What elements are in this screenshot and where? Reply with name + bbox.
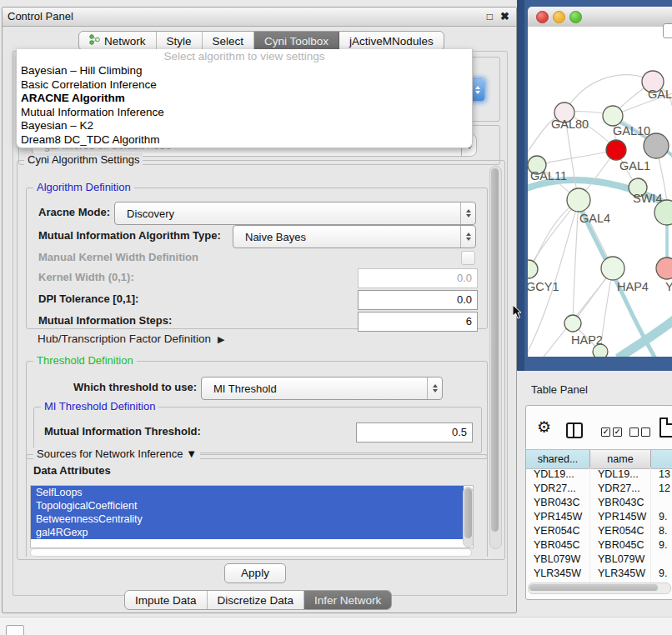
network-window-titlebar <box>528 7 672 28</box>
tab-impute-data[interactable]: Impute Data <box>125 591 208 609</box>
column-header-shared-name[interactable]: shared... <box>526 450 590 468</box>
node-label: HAP2 <box>571 333 603 347</box>
float-window-icon[interactable]: □ <box>487 8 493 26</box>
tab-discretize-data[interactable]: Discretize Data <box>208 591 305 609</box>
network-node[interactable] <box>564 315 581 332</box>
table-row[interactable]: YBR045CYBR045C9. <box>526 538 672 552</box>
algorithm-dropdown-popup: Select algorithm to view settings Bayesi… <box>16 49 473 148</box>
network-canvas[interactable]: GAL GAL80 GAL10 GAL1 GAL11 SWI4 GAL4 GCY… <box>528 27 672 357</box>
node-label: GAL11 <box>530 169 567 182</box>
column-header-clipped[interactable] <box>651 450 672 468</box>
node-label: GAL1 <box>619 159 650 172</box>
import-table-icon[interactable] <box>659 418 672 438</box>
apply-button[interactable]: Apply <box>224 563 286 583</box>
network-node[interactable] <box>603 106 623 126</box>
tab-jactivemnodules[interactable]: jActiveMNodules <box>339 32 444 50</box>
attributes-scrollbar-thumb[interactable] <box>464 488 472 538</box>
deselect-all-columns-icon[interactable] <box>629 428 653 442</box>
table-panel: ⚙ ✓✓ shared... name YDL19...YDL19...13 Y… <box>525 405 672 600</box>
network-node[interactable] <box>601 257 624 280</box>
list-item[interactable]: gal4RGexp <box>31 526 464 539</box>
hub-definition-expander[interactable]: Hub/Transcription Factor Definition▶ <box>38 332 225 345</box>
network-node[interactable] <box>528 260 538 278</box>
table-row[interactable]: YBL079WYBL079W <box>526 552 672 567</box>
zoom-traffic-light[interactable] <box>569 11 582 23</box>
tab-select[interactable]: Select <box>203 32 255 50</box>
status-strip <box>0 617 672 635</box>
column-header-name[interactable]: name <box>590 450 651 468</box>
manual-kernel-checkbox[interactable] <box>461 251 475 265</box>
table-row[interactable]: YLR345WYLR345W9. <box>526 567 672 581</box>
tab-cyni-toolbox[interactable]: Cyni Toolbox <box>254 32 339 50</box>
node-label: GAL10 <box>613 124 650 138</box>
settings-scrollbar[interactable] <box>489 166 502 549</box>
threshold-definition-title: Threshold Definition <box>33 354 137 367</box>
collapsed-scrollbar[interactable] <box>663 23 672 38</box>
mi-type-combobox[interactable]: Naive Bayes <box>233 225 476 248</box>
table-row[interactable]: YPR145WYPR145W9. <box>526 510 672 524</box>
mi-steps-field[interactable]: 6 <box>358 312 478 332</box>
table-horizontal-scrollbar[interactable] <box>528 582 671 594</box>
kernel-width-field[interactable]: 0.0 <box>358 268 478 288</box>
minimized-panel-icon[interactable] <box>6 625 24 635</box>
table-header-row: shared... name <box>526 449 672 469</box>
minimize-traffic-light[interactable] <box>553 11 565 23</box>
combo-stepper-icon <box>427 378 442 399</box>
control-panel-tabbar: Network Style Select Cyni Toolbox jActiv… <box>78 31 444 51</box>
table-hscrollbar-thumb[interactable] <box>529 584 658 591</box>
kernel-width-label: Kernel Width (0,1): <box>38 267 134 288</box>
cyni-mode-tabbar: Impute Data Discretize Data Infer Networ… <box>124 590 392 610</box>
algorithm-option-selected[interactable]: ARACNE Algorithm <box>17 92 472 106</box>
aracne-mode-label: Aracne Mode: <box>38 202 110 223</box>
mi-threshold-field[interactable]: 0.5 <box>356 422 473 442</box>
algorithm-option[interactable]: Basic Correlation Inference <box>17 78 472 92</box>
list-item[interactable]: BetweennessCentrality <box>31 512 464 526</box>
network-node-labels: GAL GAL80 GAL10 GAL1 GAL11 SWI4 GAL4 GCY… <box>528 88 672 347</box>
dpi-tolerance-field[interactable]: 0.0 <box>358 290 478 310</box>
data-attributes-list[interactable]: SelfLoops TopologicalCoefficient Between… <box>30 485 474 548</box>
table-row[interactable]: YBR043CYBR043C <box>526 496 672 510</box>
tab-style[interactable]: Style <box>157 32 203 50</box>
mi-threshold-definition-group: MI Threshold Definition Mutual Informati… <box>33 407 482 453</box>
mi-threshold-label: Mutual Information Threshold: <box>44 421 201 442</box>
network-node[interactable] <box>567 188 590 212</box>
network-node[interactable] <box>606 140 626 160</box>
tab-network[interactable]: Network <box>79 32 157 50</box>
which-threshold-combobox[interactable]: MI Threshold <box>201 377 443 400</box>
application-root: Control Panel □ ✖ Network Style S <box>0 0 672 635</box>
attributes-hscrollbar[interactable] <box>30 548 472 557</box>
algorithm-option[interactable]: Mutual Information Inference <box>17 106 472 120</box>
close-traffic-light[interactable] <box>536 11 549 23</box>
mouse-cursor <box>513 305 523 320</box>
node-label: GAL4 <box>579 212 610 225</box>
table-panel-title: Table Panel <box>531 383 588 396</box>
table-row[interactable]: YDR27...YDR27...12 <box>526 482 672 496</box>
node-label: GAL80 <box>551 118 589 131</box>
column-browser-icon[interactable] <box>566 422 583 438</box>
algorithm-option[interactable]: Dream8 DC_TDC Algorithm <box>17 133 472 148</box>
tab-infer-network[interactable]: Infer Network <box>304 591 391 609</box>
manual-kernel-label: Manual Kernel Width Definition <box>38 247 198 268</box>
select-all-columns-icon[interactable]: ✓✓ <box>601 428 624 442</box>
algorithm-option[interactable]: Bayesian – K2 <box>17 119 472 133</box>
control-panel-window: Control Panel □ ✖ Network Style S <box>2 7 517 613</box>
collapse-down-icon[interactable]: ▼ <box>186 448 197 460</box>
close-window-icon[interactable]: ✖ <box>500 8 509 26</box>
attributes-scrollbar[interactable] <box>463 487 474 548</box>
mi-steps-label: Mutual Information Steps: <box>38 310 172 332</box>
settings-scrollbar-thumb[interactable] <box>491 168 499 532</box>
table-row[interactable]: YER054CYER054C8. <box>526 524 672 538</box>
threshold-definition-group: Threshold Definition Which threshold to … <box>26 361 488 459</box>
gear-icon[interactable]: ⚙ <box>537 419 551 436</box>
table-row[interactable]: YDL19...YDL19...13 <box>526 468 672 482</box>
list-item[interactable]: TopologicalCoefficient <box>31 499 464 512</box>
network-node[interactable] <box>656 258 672 279</box>
network-icon <box>89 34 100 48</box>
sources-group: Sources for Network Inference ▼ Data Att… <box>26 454 488 557</box>
aracne-mode-combobox[interactable]: Discovery <box>114 202 476 225</box>
list-item[interactable]: SelfLoops <box>31 486 464 499</box>
dropdown-placeholder: Select algorithm to view settings <box>17 49 472 64</box>
control-panel-titlebar: Control Panel □ ✖ <box>3 8 516 27</box>
algorithm-option[interactable]: Bayesian – Hill Climbing <box>17 64 472 78</box>
algorithm-definition-group: Algorithm Definition Aracne Mode: Discov… <box>26 188 488 329</box>
